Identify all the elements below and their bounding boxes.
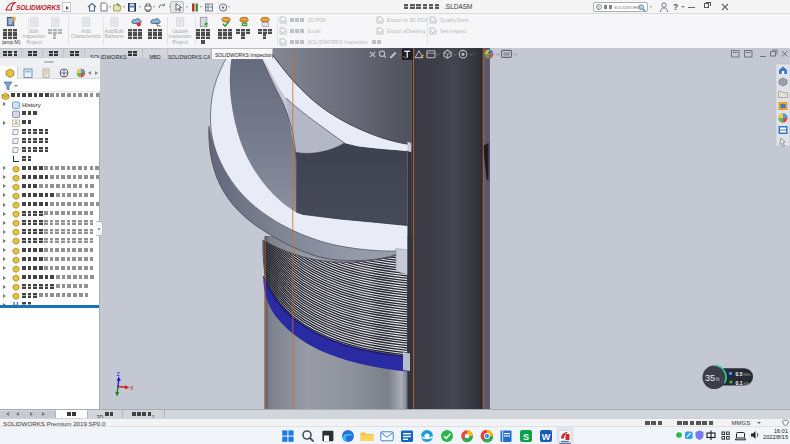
svg-text:0.1: 0.1 bbox=[736, 380, 743, 386]
svg-text:W: W bbox=[542, 432, 551, 442]
svg-text:S: S bbox=[523, 432, 529, 442]
svg-text:KB/s: KB/s bbox=[744, 382, 751, 386]
svg-text:%: % bbox=[716, 377, 720, 382]
svg-text:35: 35 bbox=[705, 373, 715, 383]
svg-text:KB/s: KB/s bbox=[744, 373, 751, 377]
svg-text:0.5: 0.5 bbox=[736, 371, 743, 377]
svg-text:X: X bbox=[130, 385, 134, 391]
svg-text:A: A bbox=[14, 120, 18, 126]
svg-text:SOLIDWORKS: SOLIDWORKS bbox=[16, 4, 61, 11]
